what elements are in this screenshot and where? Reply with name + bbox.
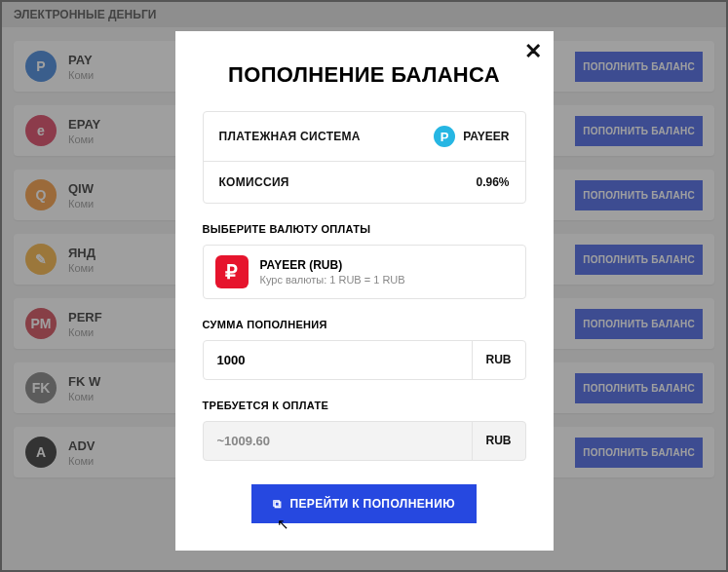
payeer-icon: P [434,126,455,147]
required-label: ТРЕБУЕТСЯ К ОПЛАТЕ [203,400,526,411]
amount-label: СУММА ПОПОЛНЕНИЯ [203,319,526,330]
deposit-modal: ✕ ПОПОЛНЕНИЕ БАЛАНСА ПЛАТЕЖНАЯ СИСТЕМА P… [175,31,554,551]
fee-value: 0.96% [476,175,509,189]
required-value [204,422,472,460]
required-suffix: RUB [472,422,525,460]
amount-input-row: RUB [203,340,526,380]
ruble-icon: ₽ [215,255,249,288]
currency-selector[interactable]: ₽ PAYEER (RUB) Курс валюты: 1 RUB = 1 RU… [203,245,526,299]
fee-label: КОМИССИЯ [219,175,289,189]
submit-label: ПЕРЕЙТИ К ПОПОЛНЕНИЮ [289,497,455,511]
currency-rate: Курс валюты: 1 RUB = 1 RUB [260,274,405,286]
payment-system-row: ПЛАТЕЖНАЯ СИСТЕМА P PAYEER [204,112,525,161]
currency-label: ВЫБЕРИТЕ ВАЛЮТУ ОПЛАТЫ [203,223,526,235]
currency-name: PAYEER (RUB) [260,258,405,272]
info-box: ПЛАТЕЖНАЯ СИСТЕМА P PAYEER КОМИССИЯ 0.96… [203,111,526,204]
modal-overlay: ✕ ПОПОЛНЕНИЕ БАЛАНСА ПЛАТЕЖНАЯ СИСТЕМА P… [2,2,726,570]
amount-input[interactable] [204,341,472,379]
modal-title: ПОПОЛНЕНИЕ БАЛАНСА [203,62,526,88]
system-value: PAYEER [463,130,509,143]
required-row: RUB [203,421,526,461]
fee-row: КОМИССИЯ 0.96% [204,161,525,203]
close-icon[interactable]: ✕ [524,39,542,64]
external-link-icon: ⧉ [273,497,282,511]
cursor-icon: ↖ [277,515,289,533]
amount-suffix: RUB [472,341,525,379]
system-label: ПЛАТЕЖНАЯ СИСТЕМА [219,130,361,143]
